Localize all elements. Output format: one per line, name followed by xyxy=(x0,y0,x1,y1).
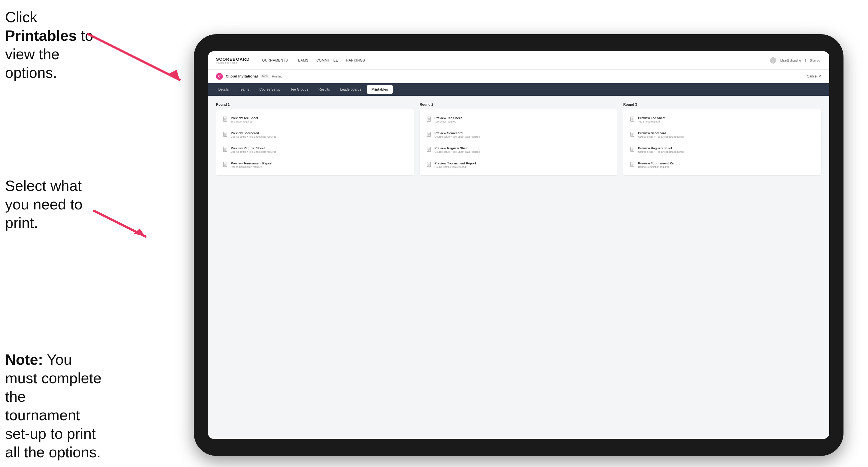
tab-leaderboards[interactable]: Leaderboards xyxy=(335,85,366,94)
round-2-card: Preview Tee Sheet Tee Sheet required xyxy=(420,110,618,175)
print-sublabel: Round Completion required xyxy=(231,165,272,168)
tab-printables[interactable]: Printables xyxy=(367,85,393,94)
print-sublabel: Tee Sheet required xyxy=(638,120,665,123)
print-text: Preview Scorecard Course setup + Tee She… xyxy=(231,131,276,138)
top-nav: SCOREBOARD Powered by clippd TOURNAMENTS… xyxy=(208,51,829,69)
print-label: Preview Tee Sheet xyxy=(231,116,258,120)
svg-rect-40 xyxy=(631,132,634,136)
list-item[interactable]: Preview Tournament Report Round Completi… xyxy=(424,159,613,171)
document-icon xyxy=(223,117,228,122)
brand-title: SCOREBOARD xyxy=(216,57,250,62)
print-sublabel: Course setup + Tee Sheet data required xyxy=(231,135,276,138)
svg-marker-1 xyxy=(168,70,180,80)
tab-teams[interactable]: Teams xyxy=(235,85,254,94)
tournament-bar: C Clippd Invitational Men Hosting Cancel… xyxy=(208,69,829,83)
print-label: Preview Tournament Report xyxy=(638,161,680,165)
print-label: Preview Raguzzi Sheet xyxy=(435,147,480,150)
print-label: Preview Tee Sheet xyxy=(638,116,665,120)
list-item[interactable]: Preview Tee Sheet Tee Sheet required xyxy=(221,114,409,125)
tab-details[interactable]: Details xyxy=(214,85,234,94)
list-item[interactable]: Preview Scorecard Course setup + Tee She… xyxy=(628,129,817,141)
arrow-top-icon xyxy=(83,29,191,86)
tab-bar: Details Teams Course Setup Tee Groups Re… xyxy=(208,83,829,96)
tournament-badge: Men xyxy=(260,74,270,78)
svg-rect-8 xyxy=(223,132,227,136)
print-text: Preview Tee Sheet Tee Sheet required xyxy=(435,116,462,123)
tablet: SCOREBOARD Powered by clippd TOURNAMENTS… xyxy=(194,34,843,456)
svg-rect-28 xyxy=(427,147,431,152)
svg-rect-24 xyxy=(427,132,431,136)
rounds-grid: Round 1 Preview Tee Sheet Tee S xyxy=(216,102,821,175)
print-sublabel: Tee Sheet required xyxy=(231,120,258,123)
print-text: Preview Scorecard Course setup + Tee She… xyxy=(435,131,480,138)
document-icon xyxy=(223,132,228,137)
print-sublabel: Round Completion required xyxy=(435,165,476,168)
print-sublabel: Tee Sheet required xyxy=(435,120,462,123)
svg-rect-36 xyxy=(631,117,634,121)
print-sublabel: Course setup + Tee Sheet data required xyxy=(231,150,276,153)
print-text: Preview Tournament Report Round Completi… xyxy=(231,161,272,168)
arrow-mid-icon xyxy=(88,205,154,242)
tab-tee-groups[interactable]: Tee Groups xyxy=(286,85,313,94)
round-1-title: Round 1 xyxy=(216,102,414,106)
instruction-top: Click Printables to view the options. xyxy=(5,8,93,82)
document-icon xyxy=(630,147,635,152)
svg-line-0 xyxy=(88,34,180,80)
round-2-column: Round 2 Preview Tee Sheet Tee S xyxy=(420,102,618,175)
print-label: Preview Raguzzi Sheet xyxy=(231,147,276,150)
nav-links: TOURNAMENTS TEAMS COMMITTEE RANKINGS xyxy=(260,57,770,64)
round-3-title: Round 3 xyxy=(623,102,821,106)
tab-course-setup[interactable]: Course Setup xyxy=(255,85,285,94)
svg-rect-20 xyxy=(427,117,431,121)
list-item[interactable]: Preview Scorecard Course setup + Tee She… xyxy=(424,129,613,141)
nav-right: blair@clippd.io | Sign out xyxy=(770,57,821,64)
document-icon xyxy=(223,162,228,167)
avatar xyxy=(770,57,776,64)
tab-results[interactable]: Results xyxy=(314,85,334,94)
cancel-button[interactable]: Cancel ✕ xyxy=(807,74,821,79)
svg-rect-16 xyxy=(223,162,227,167)
instruction-top-prefix: Click xyxy=(5,9,37,25)
brand-sub: Powered by clippd xyxy=(216,62,250,64)
nav-teams[interactable]: TEAMS xyxy=(296,57,308,64)
list-item[interactable]: Preview Raguzzi Sheet Course setup + Tee… xyxy=(221,144,409,156)
print-label: Preview Raguzzi Sheet xyxy=(638,147,684,150)
list-item[interactable]: Preview Scorecard Course setup + Tee She… xyxy=(221,129,409,141)
print-text: Preview Raguzzi Sheet Course setup + Tee… xyxy=(231,147,276,153)
print-text: Preview Raguzzi Sheet Course setup + Tee… xyxy=(638,147,684,153)
document-icon xyxy=(630,117,635,122)
print-label: Preview Scorecard xyxy=(231,131,276,135)
nav-rankings[interactable]: RANKINGS xyxy=(346,57,365,64)
sign-out-link[interactable]: Sign out xyxy=(810,59,821,62)
document-icon xyxy=(630,132,635,137)
list-item[interactable]: Preview Tournament Report Round Completi… xyxy=(628,159,817,171)
list-item[interactable]: Preview Tee Sheet Tee Sheet required xyxy=(628,114,817,125)
list-item[interactable]: Preview Raguzzi Sheet Course setup + Tee… xyxy=(424,144,613,156)
document-icon xyxy=(630,162,635,167)
print-text: Preview Raguzzi Sheet Course setup + Tee… xyxy=(435,147,480,153)
list-item[interactable]: Preview Tournament Report Round Completi… xyxy=(221,159,409,171)
svg-rect-44 xyxy=(631,147,634,152)
svg-rect-4 xyxy=(223,117,227,121)
print-text: Preview Scorecard Course setup + Tee She… xyxy=(638,131,684,138)
nav-committee[interactable]: COMMITTEE xyxy=(316,57,338,64)
document-icon xyxy=(427,117,432,122)
main-content: Round 1 Preview Tee Sheet Tee S xyxy=(208,96,829,439)
print-label: Preview Scorecard xyxy=(435,131,480,135)
svg-rect-32 xyxy=(427,162,431,167)
round-3-column: Round 3 Preview Tee Sheet Tee S xyxy=(623,102,821,175)
tournament-name: Clippd Invitational xyxy=(226,74,258,79)
list-item[interactable]: Preview Tee Sheet Tee Sheet required xyxy=(424,114,613,125)
nav-tournaments[interactable]: TOURNAMENTS xyxy=(260,57,288,64)
list-item[interactable]: Preview Raguzzi Sheet Course setup + Tee… xyxy=(628,144,817,156)
print-text: Preview Tournament Report Round Completi… xyxy=(638,161,680,168)
tournament-logo-letter: C xyxy=(218,74,221,79)
document-icon xyxy=(427,147,432,152)
print-sublabel: Course setup + Tee Sheet data required xyxy=(638,135,684,138)
instruction-bottom: Note: You must complete the tournament s… xyxy=(5,350,102,462)
document-icon xyxy=(427,162,432,167)
instruction-mid-text: Select what you need to print. xyxy=(5,178,83,231)
print-text: Preview Tee Sheet Tee Sheet required xyxy=(638,116,665,123)
print-label: Preview Tournament Report xyxy=(435,161,476,165)
print-label: Preview Scorecard xyxy=(638,131,684,135)
